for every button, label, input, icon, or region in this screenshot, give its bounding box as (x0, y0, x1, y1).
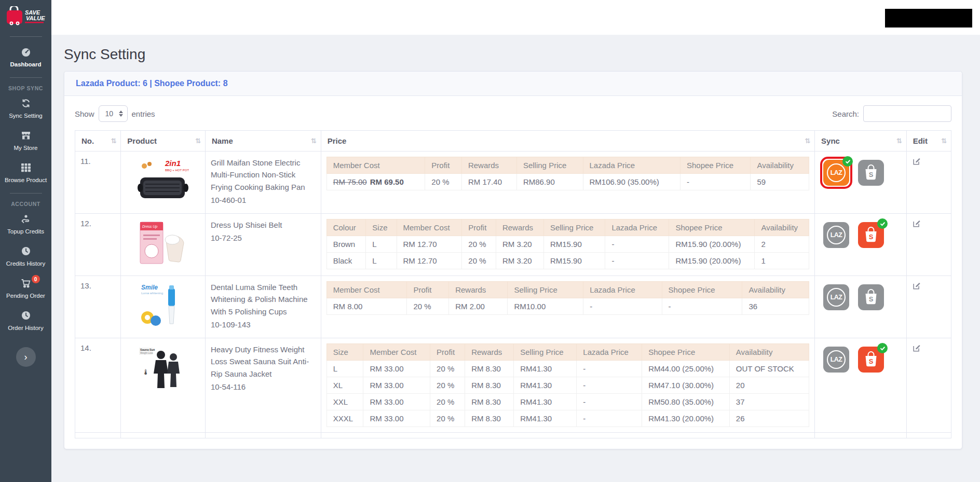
price-col-profit: Profit (425, 157, 462, 174)
sidebar-item-label: Sync Setting (1, 113, 50, 119)
price-value: XXL (326, 394, 363, 410)
column-header-product[interactable]: Product⇅ (121, 131, 206, 152)
price-header-row: Member CostProfitRewardsSelling PriceLaz… (326, 157, 809, 174)
search-input[interactable] (863, 105, 951, 122)
shopee-sync-button[interactable]: S (858, 160, 884, 186)
check-icon (880, 221, 886, 227)
check-icon (880, 346, 886, 351)
show-label: Show (75, 109, 94, 118)
edit-button[interactable] (912, 219, 921, 230)
edit-cell (906, 338, 951, 433)
price-value: RM 12.70 (397, 253, 462, 269)
price-value: RM 17.40 (461, 174, 516, 190)
column-header-price[interactable]: Price⇅ (321, 131, 814, 152)
price-value: RM15.90 (543, 253, 605, 269)
price-row: LRM 33.0020 %RM 8.30RM41.30-RM44.00 (25.… (326, 361, 809, 377)
sidebar-item-pending-order[interactable]: 0Pending Order (0, 272, 51, 305)
sync-button-wrap: S (855, 343, 887, 376)
price-value: XXXL (326, 410, 363, 427)
sync-setting-card: Lazada Product: 6 | Shopee Product: 8 Sh… (64, 71, 962, 449)
user-menu-redacted[interactable] (885, 9, 972, 27)
sidebar-divider (10, 77, 42, 78)
app-logo[interactable]: SAVE VALUE (0, 0, 51, 32)
lazada-sync-button[interactable]: LAZ (823, 160, 849, 186)
sync-buttons: LAZS (820, 343, 901, 376)
sync-button-wrap: LAZ (820, 219, 852, 251)
topbar (51, 0, 980, 35)
sync-buttons: LAZS (820, 281, 901, 313)
main-content: Sync Setting Lazada Product: 6 | Shopee … (51, 35, 980, 482)
column-header-no[interactable]: No.⇅ (75, 131, 121, 152)
edit-button[interactable] (912, 281, 921, 292)
shopee-sync-button[interactable]: S (858, 284, 884, 310)
price-cell: SizeMember CostProfitRewardsSelling Pric… (321, 338, 814, 433)
svg-text:VALUE: VALUE (26, 15, 45, 21)
sidebar-collapse-button[interactable]: › (16, 347, 36, 367)
shopee-sync-button[interactable]: S (858, 222, 884, 248)
price-col-lazadaprice: Lazada Price (577, 344, 642, 361)
price-value: RM 3.20 (496, 236, 543, 253)
sidebar-item-browse-product[interactable]: Browse Product (0, 157, 51, 189)
price-col-rewards: Rewards (496, 219, 543, 236)
sidebar-item-my-store[interactable]: My Store (0, 125, 51, 157)
price-value: 20 % (407, 298, 449, 315)
edit-button[interactable] (912, 343, 921, 354)
product-image-belt: Dress Up (136, 219, 190, 269)
sidebar-nav: DashboardSHOP SYNCSync SettingMy StoreBr… (0, 41, 51, 337)
column-header-sync[interactable]: Sync⇅ (815, 131, 907, 152)
price-value: RM86.90 (516, 174, 583, 190)
sidebar-item-dashboard[interactable]: Dashboard (0, 41, 51, 73)
lazada-icon: LAZ (827, 350, 846, 369)
price-value: 59 (751, 174, 809, 190)
product-name-cell: Grill Maifan Stone Electric Multi-Functi… (205, 152, 321, 214)
product-name: Dental Luma Smile Teeth Whitening & Poli… (211, 281, 316, 318)
price-value: - (605, 236, 669, 253)
entries-label: entries (132, 109, 155, 118)
price-col-availability: Availability (751, 157, 809, 174)
price-value: RM15.90 (20.00%) (669, 253, 755, 269)
price-value: RM41.30 (514, 361, 577, 377)
price-col-availability: Availability (742, 282, 809, 298)
sync-buttons: LAZS (820, 157, 901, 189)
sidebar-item-sync-setting[interactable]: Sync Setting (0, 92, 51, 125)
lazada-sync-button[interactable]: LAZ (823, 284, 849, 310)
svg-text:Smile: Smile (141, 284, 158, 291)
sidebar-item-credits-history[interactable]: Credits History (0, 240, 51, 272)
sort-icon: ⇅ (195, 137, 201, 145)
price-value: - (577, 410, 642, 427)
column-header-edit[interactable]: Edit⇅ (906, 131, 951, 152)
svg-text:S: S (869, 357, 874, 365)
lazada-sync-button[interactable]: LAZ (823, 222, 849, 248)
price-value: Brown (326, 236, 366, 253)
price-value: RM41.30 (20.00%) (642, 410, 730, 427)
lazada-sync-button[interactable]: LAZ (823, 347, 849, 373)
hand-credits-icon (20, 214, 32, 224)
column-header-name[interactable]: Name⇅ (205, 131, 321, 152)
price-value: 20 % (425, 174, 462, 190)
sidebar-divider (10, 36, 42, 37)
search-label: Search: (832, 109, 859, 118)
price-value: 20 % (430, 410, 465, 427)
row-number: 12. (75, 214, 121, 276)
price-cell: ColourSizeMember CostProfitRewardsSellin… (321, 214, 814, 276)
price-col-size: Size (326, 344, 363, 361)
product-cell: 2in1BBQ + HOT POT (121, 152, 206, 214)
shopee-icon: S (863, 288, 879, 307)
sidebar-item-topup-credits[interactable]: Topup Credits (0, 208, 51, 240)
shopee-sync-button[interactable]: S (858, 347, 884, 373)
price-value: - (680, 174, 750, 190)
price-col-rewards: Rewards (449, 282, 508, 298)
price-value: 20 % (430, 377, 465, 394)
edit-button[interactable] (912, 157, 921, 168)
price-value: XL (326, 377, 363, 394)
price-row: BrownLRM 12.7020 %RM 3.20RM15.90-RM15.90… (326, 236, 809, 253)
page-size-select[interactable]: 10 (105, 109, 114, 118)
sidebar-item-order-history[interactable]: Order History (0, 305, 51, 337)
page-size-select-box: 10 (99, 105, 128, 122)
column-header-label: Name (212, 136, 233, 145)
product-name-cell: Dental Luma Smile Teeth Whitening & Poli… (205, 276, 321, 338)
price-value: RM 75.00RM 69.50 (326, 174, 425, 190)
partial-cell (75, 433, 121, 438)
sidebar-item-label: Pending Order (1, 293, 50, 299)
product-cell: SmileLuma whitening (121, 276, 206, 338)
